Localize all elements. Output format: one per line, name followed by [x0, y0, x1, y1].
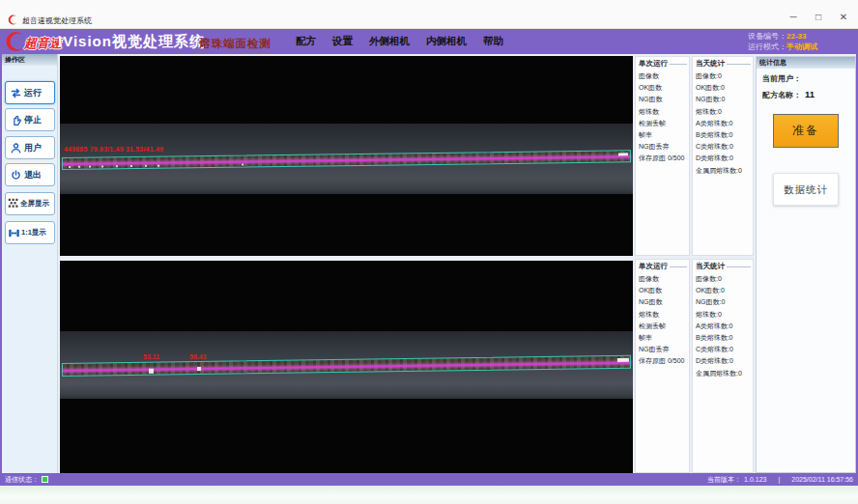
menu-bar: 配方 设置 外侧相机 内侧相机 帮助 [296, 29, 503, 54]
version-info: 当前版本： 1.0.123 | 2025/02/11 16:57:56 [707, 475, 853, 485]
window-title: 超音速视觉处理系统 [22, 15, 92, 26]
bead-speckle [145, 165, 147, 167]
maximize-button[interactable]: □ [806, 10, 831, 25]
bead-speckle [69, 166, 71, 168]
stat-row: 金属屑熔珠数:0 [696, 368, 753, 379]
bead-speckle [89, 166, 91, 168]
stop-button[interactable]: 停止 [5, 108, 55, 131]
stat-row: 图像数:0 [696, 273, 753, 285]
stat-row: NG图丢弃 [639, 344, 689, 355]
sidebar-title: 操作区 [2, 54, 57, 66]
statistics-info-panel: 统计信息 当前用户： 配方名称：11 准备 数据统计 [756, 56, 856, 473]
current-user-row: 当前用户： [757, 69, 855, 84]
app-header: 超音速 IVision视觉处理系统 熔珠端面检测 配方 设置 外侧相机 内侧相机… [0, 29, 858, 54]
recipe-name-value: 11 [805, 89, 815, 99]
camera-view-outer: 449885 79.63/1.49 31.53/41.49 [60, 56, 633, 256]
stat-row: 金属屑熔珠数:0 [696, 165, 753, 177]
stat-row: 图像数:0 [696, 70, 753, 82]
stats-today-title: 当天统计 [693, 260, 753, 271]
stat-row: NG图数 [639, 296, 689, 308]
data-statistics-button[interactable]: 数据统计 [773, 173, 839, 206]
status-bar: 通信状态： 当前版本： 1.0.123 | 2025/02/11 16:57:5… [0, 473, 858, 486]
window-controls: ─ □ ✕ [781, 10, 856, 25]
stat-row: 熔珠数 [639, 106, 689, 118]
stat-row: 帧率 [639, 129, 689, 141]
prepare-button[interactable]: 准备 [773, 114, 839, 148]
one-to-one-icon [8, 227, 20, 239]
app-subtitle: 熔珠端面检测 [199, 37, 272, 51]
stat-row: 检测丢帧 [639, 118, 689, 129]
stat-row: 熔珠数:0 [696, 309, 753, 321]
datetime: 2025/02/11 16:57:56 [791, 476, 853, 483]
desktop-strip [0, 486, 858, 504]
bead-speckle [116, 165, 118, 167]
stat-row: 熔珠数:0 [696, 106, 753, 118]
stat-row: 图像数 [639, 70, 689, 82]
user-button-label: 用户 [24, 142, 42, 154]
stats-run-title: 单次运行 [636, 260, 689, 271]
stats-panel-run-1: 单次运行 图像数OK图数NG图数熔珠数检测丢帧帧率NG图丢弃保存原图 0/500 [635, 56, 690, 256]
stats-panel-today-2: 当天统计 图像数:0OK图数:0NG图数:0熔珠数:0A类熔珠数:0B类熔珠数:… [692, 259, 754, 473]
stat-row: OK图数:0 [696, 285, 753, 296]
run-icon [10, 87, 22, 99]
stats-panel-today-1: 当天统计 图像数:0OK图数:0NG图数:0熔珠数:0A类熔珠数:0B类熔珠数:… [692, 56, 754, 256]
stat-row: 图像数 [639, 273, 689, 285]
bead-speckle [242, 164, 243, 166]
brand-name: 超音速 [24, 35, 62, 52]
one-to-one-button[interactable]: 1:1显示 [5, 221, 55, 244]
stats-today-title: 当天统计 [693, 57, 753, 69]
menu-recipe[interactable]: 配方 [296, 35, 316, 48]
exit-button[interactable]: 退出 [5, 163, 55, 186]
bead-marker [149, 369, 154, 374]
comm-status-label: 通信状态： [5, 475, 39, 485]
device-number-label: 设备编号： [748, 32, 786, 41]
stat-row: OK图数:0 [696, 82, 753, 94]
bead-speckle [130, 165, 132, 167]
stat-row: B类熔珠数:0 [696, 332, 753, 344]
camera2-point-label: 56.43 [189, 353, 207, 360]
stat-row: D类熔珠数:0 [696, 355, 753, 367]
user-icon [10, 142, 22, 154]
camera1-measurement-text: 449885 79.63/1.49 31.53/41.49 [64, 146, 163, 153]
stat-row: NG图丢弃 [639, 141, 689, 153]
bead-speckle [101, 165, 103, 167]
comm-status-indicator [42, 476, 48, 483]
stats-run-rows: 图像数OK图数NG图数熔珠数检测丢帧帧率NG图丢弃保存原图 0/500 [636, 271, 689, 368]
menu-help[interactable]: 帮助 [483, 35, 503, 48]
menu-settings[interactable]: 设置 [332, 35, 353, 48]
minimize-button[interactable]: ─ [781, 10, 806, 25]
menu-inner-camera[interactable]: 内侧相机 [426, 35, 467, 48]
run-button-label: 运行 [24, 87, 42, 99]
bead-highlight [617, 358, 629, 362]
recipe-name-label: 配方名称： [762, 91, 801, 99]
user-button[interactable]: 用户 [5, 136, 55, 159]
stats-today-rows: 图像数:0OK图数:0NG图数:0熔珠数:0A类熔珠数:0B类熔珠数:0C类熔珠… [693, 271, 753, 379]
camera2-point-label: 53.11 [143, 353, 159, 360]
stat-row: C类熔珠数:0 [696, 344, 753, 355]
stat-row: 帧率 [639, 332, 689, 344]
stat-row: A类熔珠数:0 [696, 118, 753, 129]
bead-speckle [78, 166, 80, 168]
operation-sidebar: 操作区 运行 停止 用户 退出 全屏显示 1:1显示 [2, 54, 58, 473]
exit-button-label: 退出 [24, 169, 42, 182]
one-to-one-button-label: 1:1显示 [21, 228, 46, 238]
bead-speckle [157, 165, 159, 167]
stat-row: NG图数 [639, 94, 689, 105]
run-button[interactable]: 运行 [5, 81, 55, 104]
fullscreen-button[interactable]: 全屏显示 [5, 192, 55, 215]
app-logo-icon [8, 14, 18, 25]
stat-row: 保存原图 0/500 [639, 355, 689, 367]
device-info: 设备编号：22-33 运行模式：手动调试 [748, 31, 817, 52]
stats-run-rows: 图像数OK图数NG图数熔珠数检测丢帧帧率NG图丢弃保存原图 0/500 [636, 69, 689, 165]
close-button[interactable]: ✕ [831, 10, 856, 25]
bead-marker [197, 367, 201, 371]
power-icon [10, 169, 22, 182]
stat-row: D类熔珠数:0 [696, 153, 753, 164]
brand-swoosh-icon [5, 31, 26, 52]
menu-outer-camera[interactable]: 外侧相机 [369, 35, 410, 48]
stat-row: C类熔珠数:0 [696, 141, 753, 153]
stop-hand-icon [10, 114, 22, 126]
stats-panel-run-2: 单次运行 图像数OK图数NG图数熔珠数检测丢帧帧率NG图丢弃保存原图 0/500 [635, 259, 690, 473]
bead-highlight [618, 153, 628, 155]
camera-view-inner: 53.11 56.43 [60, 261, 633, 473]
